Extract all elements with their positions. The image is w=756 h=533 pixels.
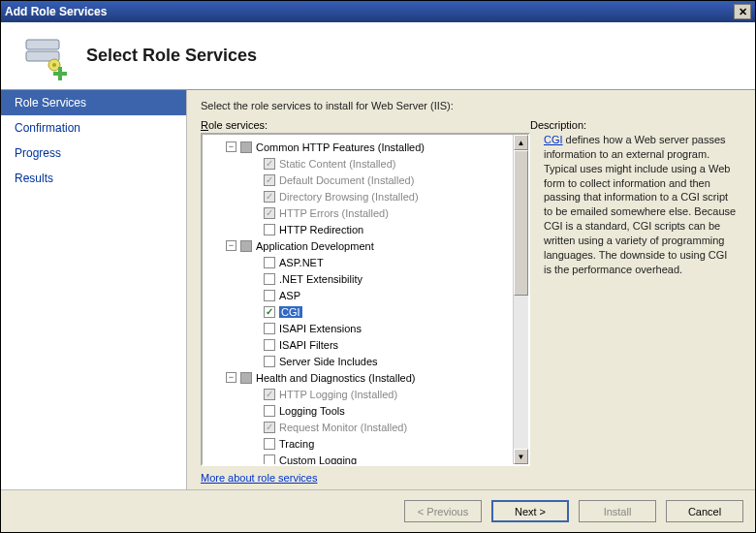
tree-node-0[interactable]: −Common HTTP Features (Installed) bbox=[205, 139, 511, 155]
svg-point-3 bbox=[52, 63, 56, 67]
tree-node-12[interactable]: ISAPI Filters bbox=[205, 336, 511, 353]
checkbox[interactable] bbox=[264, 306, 275, 318]
tree-scroll[interactable]: −Common HTTP Features (Installed)Static … bbox=[203, 135, 513, 464]
scrollbar[interactable]: ▲ ▼ bbox=[513, 135, 528, 464]
tree-node-17[interactable]: Request Monitor (Installed) bbox=[205, 419, 511, 435]
tree-label: Role services: bbox=[201, 119, 530, 131]
server-role-icon bbox=[18, 28, 75, 84]
svg-rect-0 bbox=[26, 40, 59, 49]
sidebar-step-0[interactable]: Role Services bbox=[1, 90, 186, 115]
tree-node-label[interactable]: Application Development bbox=[256, 240, 374, 252]
expand-toggle[interactable]: − bbox=[226, 240, 236, 251]
tree-node-label[interactable]: Common HTTP Features (Installed) bbox=[256, 141, 425, 153]
wizard-footer: < Previous Next > Install Cancel bbox=[1, 489, 755, 532]
tree-node-6[interactable]: −Application Development bbox=[205, 237, 511, 254]
description-text: defines how a Web server passes informat… bbox=[544, 134, 736, 275]
checkbox[interactable] bbox=[264, 422, 275, 433]
checkbox[interactable] bbox=[240, 141, 252, 153]
sidebar-step-1[interactable]: Confirmation bbox=[1, 115, 186, 141]
scroll-track[interactable] bbox=[514, 150, 528, 449]
sidebar-step-2[interactable]: Progress bbox=[1, 141, 186, 166]
checkbox[interactable] bbox=[264, 323, 275, 334]
checkbox[interactable] bbox=[264, 405, 275, 417]
checkbox[interactable] bbox=[264, 174, 275, 186]
description-link[interactable]: CGI bbox=[544, 134, 563, 145]
titlebar: Add Role Services ✕ bbox=[1, 1, 755, 22]
tree-node-7[interactable]: ASP.NET bbox=[205, 254, 511, 270]
tree-node-10[interactable]: CGI bbox=[205, 303, 511, 320]
role-services-tree[interactable]: −Common HTTP Features (Installed)Static … bbox=[201, 133, 530, 466]
checkbox[interactable] bbox=[264, 273, 275, 285]
tree-node-label[interactable]: HTTP Errors (Installed) bbox=[279, 207, 389, 219]
wizard-window: Add Role Services ✕ Select Role Services… bbox=[0, 0, 756, 533]
tree-node-2[interactable]: Default Document (Installed) bbox=[205, 172, 511, 188]
tree-node-14[interactable]: −Health and Diagnostics (Installed) bbox=[205, 369, 511, 386]
tree-node-1[interactable]: Static Content (Installed) bbox=[205, 155, 511, 172]
tree-node-label[interactable]: Directory Browsing (Installed) bbox=[279, 191, 419, 203]
tree-node-label[interactable]: ASP bbox=[279, 290, 300, 301]
tree-node-label[interactable]: Tracing bbox=[279, 438, 314, 450]
checkbox[interactable] bbox=[264, 339, 275, 351]
intro-text: Select the role services to install for … bbox=[201, 100, 741, 111]
tree-node-label[interactable]: HTTP Logging (Installed) bbox=[279, 389, 397, 400]
wizard-main: Select the role services to install for … bbox=[187, 90, 755, 489]
tree-node-label[interactable]: ISAPI Extensions bbox=[279, 323, 362, 334]
tree-node-label[interactable]: Static Content (Installed) bbox=[279, 158, 395, 170]
tree-node-label[interactable]: HTTP Redirection bbox=[279, 224, 363, 235]
labels-row: Role services: Description: bbox=[201, 119, 741, 131]
scroll-thumb[interactable] bbox=[514, 150, 528, 296]
tree-node-label[interactable]: .NET Extensibility bbox=[279, 273, 362, 285]
scroll-down-arrow[interactable]: ▼ bbox=[514, 449, 528, 464]
close-button[interactable]: ✕ bbox=[734, 4, 751, 19]
svg-rect-5 bbox=[58, 67, 62, 80]
checkbox[interactable] bbox=[264, 158, 275, 170]
tree-node-4[interactable]: HTTP Errors (Installed) bbox=[205, 204, 511, 221]
expand-toggle[interactable]: − bbox=[226, 141, 236, 152]
checkbox[interactable] bbox=[240, 372, 252, 384]
checkbox[interactable] bbox=[264, 389, 275, 400]
wizard-header: Select Role Services bbox=[1, 22, 755, 90]
checkbox[interactable] bbox=[240, 240, 252, 252]
more-about-link[interactable]: More about role services bbox=[201, 472, 741, 484]
tree-node-16[interactable]: Logging Tools bbox=[205, 402, 511, 419]
tree-node-15[interactable]: HTTP Logging (Installed) bbox=[205, 386, 511, 402]
cancel-button[interactable]: Cancel bbox=[666, 500, 743, 522]
checkbox[interactable] bbox=[264, 224, 275, 235]
tree-node-3[interactable]: Directory Browsing (Installed) bbox=[205, 188, 511, 204]
checkbox[interactable] bbox=[264, 438, 275, 450]
wizard-sidebar: Role ServicesConfirmationProgressResults bbox=[1, 90, 187, 489]
sidebar-step-3[interactable]: Results bbox=[1, 166, 186, 191]
tree-node-label[interactable]: Request Monitor (Installed) bbox=[279, 422, 407, 433]
tree-node-18[interactable]: Tracing bbox=[205, 435, 511, 452]
wizard-body: Role ServicesConfirmationProgressResults… bbox=[1, 90, 755, 489]
tree-node-label[interactable]: Logging Tools bbox=[279, 405, 345, 417]
tree-node-19[interactable]: Custom Logging bbox=[205, 452, 511, 464]
tree-node-9[interactable]: ASP bbox=[205, 287, 511, 303]
content-row: −Common HTTP Features (Installed)Static … bbox=[201, 133, 741, 466]
checkbox[interactable] bbox=[264, 455, 275, 465]
checkbox[interactable] bbox=[264, 356, 275, 367]
page-title: Select Role Services bbox=[86, 46, 257, 66]
tree-node-5[interactable]: HTTP Redirection bbox=[205, 221, 511, 237]
checkbox[interactable] bbox=[264, 191, 275, 203]
tree-node-label[interactable]: ISAPI Filters bbox=[279, 339, 338, 351]
tree-node-label[interactable]: ASP.NET bbox=[279, 257, 324, 268]
tree-node-label[interactable]: Server Side Includes bbox=[279, 356, 378, 367]
description-label: Description: bbox=[530, 119, 741, 131]
checkbox[interactable] bbox=[264, 207, 275, 219]
checkbox[interactable] bbox=[264, 290, 275, 301]
description-panel: CGI defines how a Web server passes info… bbox=[530, 133, 741, 466]
tree-node-label[interactable]: Custom Logging bbox=[279, 455, 357, 465]
tree-node-8[interactable]: .NET Extensibility bbox=[205, 270, 511, 287]
tree-node-label[interactable]: CGI bbox=[279, 306, 302, 318]
next-button[interactable]: Next > bbox=[491, 500, 569, 522]
previous-button[interactable]: < Previous bbox=[404, 500, 482, 522]
tree-node-label[interactable]: Default Document (Installed) bbox=[279, 174, 414, 186]
scroll-up-arrow[interactable]: ▲ bbox=[514, 135, 528, 150]
tree-node-label[interactable]: Health and Diagnostics (Installed) bbox=[256, 372, 415, 384]
expand-toggle[interactable]: − bbox=[226, 372, 236, 383]
tree-node-13[interactable]: Server Side Includes bbox=[205, 353, 511, 369]
checkbox[interactable] bbox=[264, 257, 275, 268]
install-button[interactable]: Install bbox=[579, 500, 656, 522]
tree-node-11[interactable]: ISAPI Extensions bbox=[205, 320, 511, 336]
